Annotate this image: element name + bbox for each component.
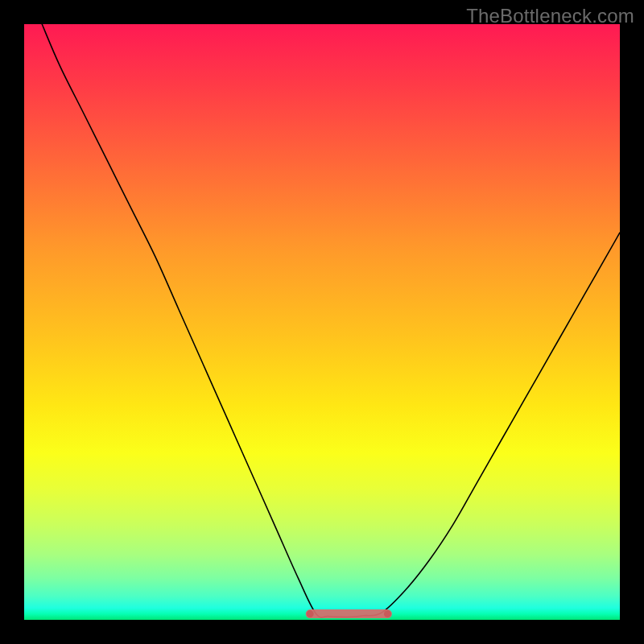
watermark-text: TheBottleneck.com <box>466 5 634 27</box>
blob-end-right <box>384 610 391 617</box>
curve-svg <box>24 24 620 620</box>
curve-layer <box>24 24 620 620</box>
blob-end-left <box>307 610 314 617</box>
bottleneck-curve <box>42 24 620 617</box>
min-blob <box>306 609 392 618</box>
chart-frame: TheBottleneck.com <box>0 0 644 644</box>
plot-area <box>24 24 620 620</box>
